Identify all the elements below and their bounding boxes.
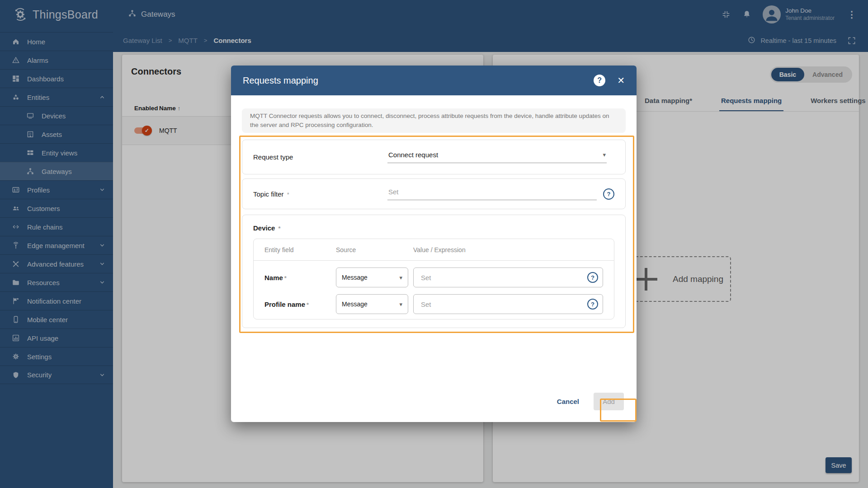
dialog-header: Requests mapping ? ✕ [231,66,637,95]
chevron-down-icon: ▾ [603,151,606,158]
name-value-field: ? [413,267,603,287]
add-button[interactable]: Add [594,393,624,410]
topic-filter-help-icon[interactable]: ? [603,188,614,200]
required-marker: * [287,191,289,198]
topic-filter-label: Topic filter [253,190,284,198]
dialog-help-icon[interactable]: ? [594,75,605,86]
column-entity-field: Entity field [264,246,336,253]
device-table-header: Entity field Source Value / Expression [254,239,614,261]
required-marker: * [307,301,309,308]
profile-name-value-field: ? [413,294,603,314]
dialog-title: Requests mapping [243,75,594,86]
request-type-row: Request type Connect request ▾ [242,140,626,174]
profile-name-value-input[interactable] [421,300,583,308]
column-value-expression: Value / Expression [413,246,603,253]
dialog-description: MQTT Connector requests allows you to co… [242,108,626,133]
request-type-select[interactable]: Connect request ▾ [387,151,607,163]
name-label: Name* [264,274,336,282]
close-icon[interactable]: ✕ [617,76,625,85]
device-fields-table: Entity field Source Value / Expression N… [253,239,614,319]
device-section: Device * Entity field Source Value / Exp… [242,215,626,328]
request-type-value: Connect request [388,151,438,159]
chevron-down-icon: ▾ [399,274,402,281]
required-marker: * [278,225,281,232]
request-type-label: Request type [253,153,387,161]
topic-filter-row: Topic filter * ? [242,178,626,209]
profile-name-label: Profile name* [264,300,336,308]
device-section-label: Device [253,224,275,232]
name-help-icon[interactable]: ? [587,272,598,283]
topic-filter-input[interactable] [387,188,597,200]
name-source-select[interactable]: Message▾ [336,267,408,287]
name-value-input[interactable] [421,274,583,282]
device-row-name: Name*Message▾? [254,267,614,287]
column-source: Source [336,246,413,253]
profile-name-source-select[interactable]: Message▾ [336,294,408,314]
required-marker: * [284,275,287,282]
device-row-profile-name: Profile name*Message▾? [254,294,614,314]
app-root: ThingsBoard HomeAlarmsDashboardsEntities… [0,0,868,488]
cancel-button[interactable]: Cancel [557,398,579,405]
requests-mapping-dialog: Requests mapping ? ✕ MQTT Connector requ… [231,66,637,422]
profile-name-help-icon[interactable]: ? [587,299,598,310]
chevron-down-icon: ▾ [399,301,402,308]
dialog-footer: Cancel Add [231,393,637,422]
